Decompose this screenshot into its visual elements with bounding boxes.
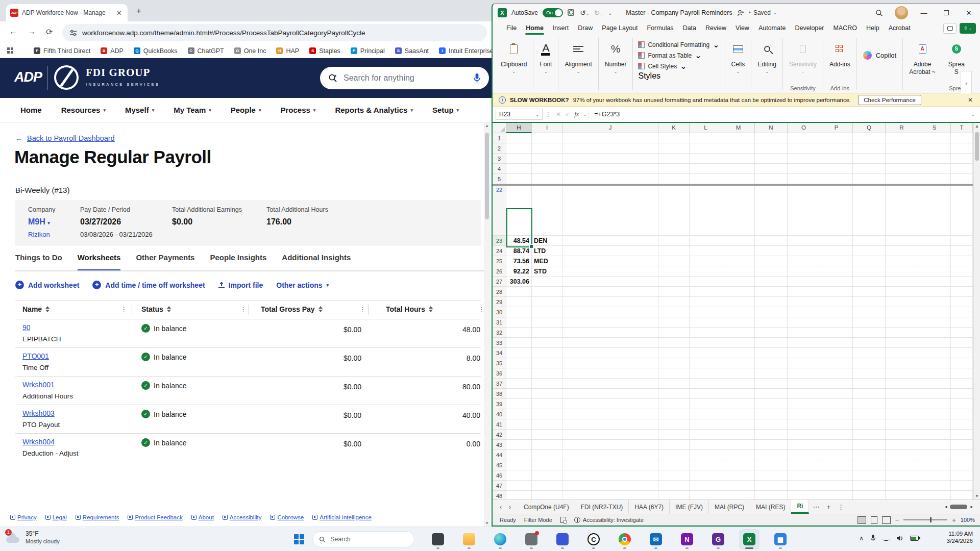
company-selector[interactable]: M9H ▾ — [28, 217, 56, 227]
row-header-32[interactable]: 32 — [493, 328, 506, 338]
cell-H37[interactable] — [506, 379, 532, 389]
cell-S32[interactable] — [918, 328, 951, 338]
column-header-P[interactable]: P — [820, 123, 853, 133]
cell-S29[interactable] — [918, 297, 951, 307]
taskbar-app-calculator[interactable]: ▦ — [770, 529, 791, 549]
row-header-22[interactable]: 22 — [493, 186, 506, 236]
cell-K46[interactable] — [658, 470, 690, 481]
sheet-scroll-left-icon[interactable]: ◂ — [945, 504, 947, 509]
cell-R41[interactable] — [886, 419, 918, 430]
cell-T24[interactable] — [951, 246, 973, 256]
cell-R30[interactable] — [886, 307, 918, 317]
menu-acrobat[interactable]: Acrobat — [884, 22, 915, 35]
cell-L22[interactable] — [690, 186, 722, 236]
bookmark-chatgpt[interactable]: CChatGPT — [188, 47, 224, 55]
cell-H5[interactable] — [506, 174, 532, 184]
menu-file[interactable]: File — [502, 22, 521, 35]
sheet-scroll-thumb[interactable] — [950, 505, 967, 509]
cell-I45[interactable] — [532, 460, 562, 470]
cell-J3[interactable] — [562, 154, 658, 164]
back-icon[interactable]: ← — [9, 27, 17, 36]
cell-K29[interactable] — [658, 297, 690, 307]
cell-R35[interactable] — [886, 358, 918, 368]
cell-R23[interactable] — [886, 236, 918, 246]
cell-N23[interactable] — [755, 236, 788, 246]
cell-R36[interactable] — [886, 368, 918, 379]
cell-P38[interactable] — [820, 389, 853, 399]
nav-item-home[interactable]: Home — [20, 106, 42, 114]
weather-widget[interactable]: 1 35°F Mostly cloudy — [6, 530, 60, 544]
check-performance-button[interactable]: Check Performance — [858, 95, 921, 105]
cell-O1[interactable] — [788, 133, 820, 143]
cell-R4[interactable] — [886, 164, 918, 174]
cell-K3[interactable] — [658, 154, 690, 164]
cell-P47[interactable] — [820, 481, 853, 491]
maximize-icon[interactable] — [935, 4, 958, 22]
taskbar-app-edge[interactable] — [490, 529, 510, 549]
worksheet-link[interactable]: Wrksh004 — [22, 438, 79, 446]
cell-K35[interactable] — [658, 358, 690, 368]
undo-icon[interactable]: ↺⌄ — [580, 9, 589, 17]
cell-T43[interactable] — [951, 440, 973, 450]
cell-K32[interactable] — [658, 328, 690, 338]
cell-K34[interactable] — [658, 348, 690, 358]
sort-icon[interactable] — [45, 306, 50, 312]
cell-M28[interactable] — [722, 287, 755, 297]
menu-formulas[interactable]: Formulas — [643, 22, 678, 35]
cell-M26[interactable] — [722, 266, 755, 277]
accessibility-status[interactable]: Accessibility: Investigate — [583, 517, 644, 523]
cell-I48[interactable] — [532, 491, 562, 499]
cell-P26[interactable] — [820, 266, 853, 277]
cell-H30[interactable] — [506, 307, 532, 317]
row-header-45[interactable]: 45 — [493, 460, 506, 470]
cell-T3[interactable] — [951, 154, 973, 164]
sensitivity-group[interactable]: Sensitivity⌄ Sensitivity — [784, 35, 822, 93]
font-group[interactable]: A Font⌄ — [534, 35, 557, 93]
cell-J4[interactable] — [562, 164, 658, 174]
cell-R43[interactable] — [886, 440, 918, 450]
cell-Q24[interactable] — [853, 246, 886, 256]
cell-L48[interactable] — [690, 491, 722, 499]
cell-J36[interactable] — [562, 368, 658, 379]
cell-H36[interactable] — [506, 368, 532, 379]
cell-N30[interactable] — [755, 307, 788, 317]
column-header-total-gross-pay[interactable]: Total Gross Pay — [261, 305, 323, 313]
cell-N26[interactable] — [755, 266, 788, 277]
cell-T46[interactable] — [951, 470, 973, 481]
sheet-tab-ime-fjv[interactable]: IME (FJV) — [670, 500, 709, 514]
cell-N29[interactable] — [755, 297, 788, 307]
close-icon[interactable]: ✕ — [958, 4, 980, 22]
cell-H34[interactable] — [506, 348, 532, 358]
more-sheets-icon[interactable]: ⋯ — [809, 500, 823, 514]
forward-icon[interactable]: → — [28, 27, 36, 36]
cell-M42[interactable] — [722, 430, 755, 440]
cell-M25[interactable] — [722, 256, 755, 266]
nav-item-process[interactable]: Process▾ — [280, 106, 315, 114]
cell-M33[interactable] — [722, 338, 755, 348]
cell-I31[interactable] — [532, 317, 562, 328]
apps-grid-icon[interactable] — [7, 47, 13, 55]
tab-close-icon[interactable]: ✕ — [115, 9, 124, 17]
cell-P5[interactable] — [820, 174, 853, 184]
cell-H1[interactable] — [506, 133, 532, 143]
cell-P45[interactable] — [820, 460, 853, 470]
cell-H48[interactable] — [506, 491, 532, 499]
cell-R32[interactable] — [886, 328, 918, 338]
cell-L26[interactable] — [690, 266, 722, 277]
reload-icon[interactable]: ⟳ — [46, 27, 53, 37]
cell-I30[interactable] — [532, 307, 562, 317]
cell-P35[interactable] — [820, 358, 853, 368]
cell-O42[interactable] — [788, 430, 820, 440]
cell-T41[interactable] — [951, 419, 973, 430]
cell-R38[interactable] — [886, 389, 918, 399]
menu-developer[interactable]: Developer — [790, 22, 828, 35]
cell-R44[interactable] — [886, 450, 918, 460]
cell-T5[interactable] — [951, 174, 973, 184]
taskbar-clock[interactable]: 11:09 AM 3/24/2026 — [947, 531, 973, 544]
adobe-acrobat-group[interactable]: A Adobe Acrobat ~ — [904, 35, 941, 93]
footer-link-legal[interactable]: Legal — [45, 514, 67, 520]
row-header-43[interactable]: 43 — [493, 440, 506, 450]
cell-L46[interactable] — [690, 470, 722, 481]
cell-L38[interactable] — [690, 389, 722, 399]
cell-H43[interactable] — [506, 440, 532, 450]
